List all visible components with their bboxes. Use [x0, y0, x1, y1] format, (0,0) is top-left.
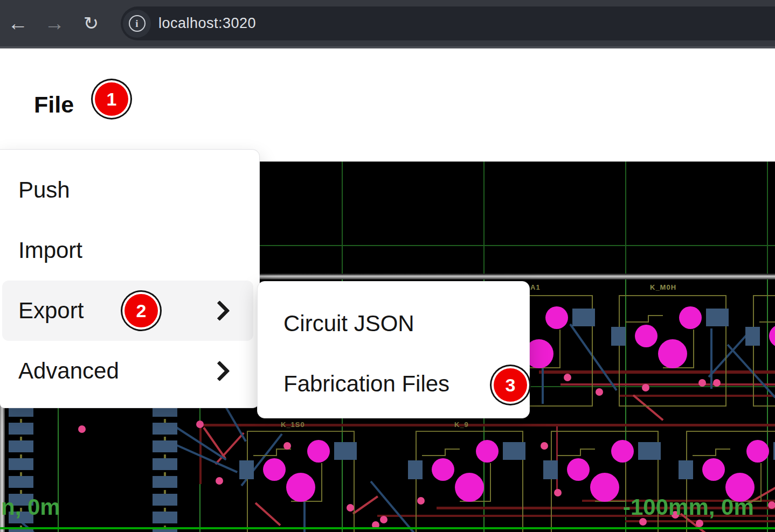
pcb-hole: [455, 473, 484, 502]
pcb-pad: [153, 440, 177, 452]
pcb-hole: [545, 306, 568, 329]
pcb-pad: [9, 440, 33, 452]
pcb-via: [196, 421, 204, 428]
pcb-via: [698, 379, 706, 387]
back-icon[interactable]: ←: [3, 12, 32, 35]
pcb-via: [216, 477, 223, 485]
pcb-via: [596, 388, 603, 396]
pcb-trace: [352, 495, 378, 514]
submenu-item-circuit-json[interactable]: Circuit JSON: [258, 293, 529, 354]
annotation-badge-2: 2: [124, 294, 158, 327]
pcb-via: [768, 501, 775, 509]
file-menu-button[interactable]: File: [34, 92, 74, 118]
menu-item-label: Export: [18, 298, 84, 324]
chevron-right-icon: [209, 361, 230, 381]
pcb-hole: [307, 440, 330, 463]
pcb-hole: [658, 339, 687, 368]
annotation-badge-1: 1: [95, 82, 128, 116]
pcb-via: [642, 384, 649, 391]
pcb-pad: [153, 512, 177, 523]
pcb-hole: [567, 458, 590, 481]
pcb-hole: [702, 458, 725, 481]
reload-icon[interactable]: ↻: [77, 12, 106, 34]
pcb-via: [554, 489, 562, 496]
pcb-pad: [334, 442, 357, 460]
pcb-pad: [679, 460, 693, 479]
pcb-via: [380, 516, 388, 523]
pcb-pad: [9, 423, 33, 435]
pcb-pad: [611, 327, 626, 346]
pcb-pad: [153, 494, 177, 506]
component-label: K_9: [454, 421, 469, 429]
pcb-pad: [153, 529, 177, 532]
submenu-item-label: Circuit JSON: [283, 311, 414, 337]
pcb-pad: [9, 529, 33, 532]
chevron-right-icon: [209, 300, 230, 321]
forward-icon[interactable]: →: [40, 12, 69, 35]
pcb-via: [696, 520, 703, 527]
component-label: A1: [530, 283, 541, 291]
site-info-button[interactable]: i: [123, 10, 151, 38]
grid-baseline: [0, 527, 775, 529]
pcb-via: [564, 374, 571, 381]
pcb-pad: [153, 423, 177, 435]
coordinate-label-left: n, 0m: [1, 494, 60, 520]
pcb-pad: [638, 442, 661, 460]
file-dropdown-menu: Push Import Export Advanced: [0, 149, 260, 408]
browser-toolbar: ← → ↻ i localhost:3020: [0, 0, 775, 48]
address-bar[interactable]: i localhost:3020: [121, 6, 775, 40]
pcb-pad: [503, 442, 525, 460]
pcb-pad: [153, 458, 177, 470]
pcb-pad: [706, 309, 729, 326]
pcb-via: [283, 442, 291, 450]
pcb-via: [347, 504, 354, 512]
annotation-badge-3: 3: [494, 368, 527, 402]
menu-item-advanced[interactable]: Advanced: [0, 341, 259, 401]
pcb-pad: [239, 460, 254, 479]
pcb-hole: [286, 473, 315, 502]
url-text: localhost:3020: [158, 15, 256, 32]
info-icon: i: [129, 15, 146, 32]
pcb-hole: [476, 440, 499, 463]
pcb-pad: [543, 460, 558, 479]
pcb-hole: [590, 473, 619, 502]
screen: ← → ↻ i localhost:3020 K_1S0K_9A1K_M0Hn,…: [0, 0, 775, 532]
export-submenu: Circuit JSON Fabrication Files: [257, 281, 530, 418]
menu-item-label: Advanced: [18, 358, 119, 384]
pcb-hole: [635, 325, 658, 347]
pcb-via: [541, 442, 548, 450]
component-label: K_M0H: [650, 283, 676, 291]
footprint-outline: [753, 295, 775, 407]
menu-item-push[interactable]: Push: [0, 160, 259, 220]
component-label: K_1S0: [281, 421, 305, 429]
pcb-hole: [746, 440, 769, 463]
menu-item-import[interactable]: Import: [0, 220, 259, 281]
pcb-pad: [153, 476, 177, 488]
pcb-via: [78, 425, 86, 433]
pcb-pad: [408, 460, 423, 479]
pcb-pad: [9, 476, 33, 488]
pcb-pad: [745, 327, 760, 346]
pcb-via: [417, 497, 425, 505]
pcb-hole: [432, 458, 454, 481]
coordinate-label-right: -100mm, 0m: [623, 494, 754, 520]
menu-item-label: Push: [18, 177, 70, 203]
submenu-item-fabrication-files[interactable]: Fabrication Files: [258, 354, 529, 414]
pcb-pad: [9, 458, 33, 470]
pcb-hole: [263, 458, 286, 481]
pcb-hole: [679, 306, 702, 329]
pcb-pad: [572, 309, 595, 326]
pcb-via: [713, 379, 721, 387]
pcb-hole: [611, 440, 634, 463]
submenu-item-label: Fabrication Files: [283, 371, 449, 397]
menu-item-label: Import: [18, 237, 82, 263]
